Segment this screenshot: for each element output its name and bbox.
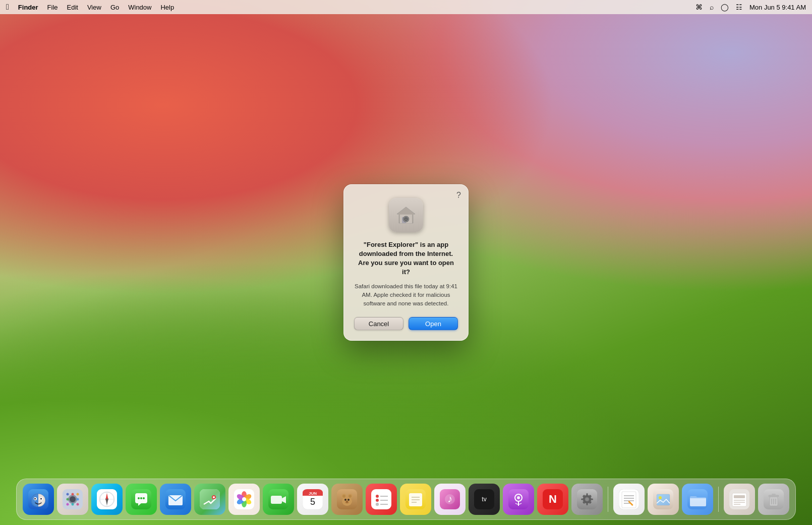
svg-point-6 — [405, 218, 407, 220]
help-button[interactable]: ? — [456, 191, 461, 200]
app-icon — [388, 197, 424, 233]
open-button[interactable]: Open — [409, 317, 458, 330]
house-icon — [395, 204, 417, 226]
dialog-overlay: ? "Forest Explorer" is an app — [0, 0, 812, 525]
dialog-message: Safari downloaded this file today at 9:4… — [354, 282, 458, 308]
dialog-buttons: Cancel Open — [354, 317, 458, 330]
security-dialog: ? "Forest Explorer" is an app — [343, 184, 469, 341]
svg-marker-3 — [397, 207, 415, 215]
dialog-title: "Forest Explorer" is an app downloaded f… — [354, 240, 458, 277]
app-icon-bg — [389, 198, 423, 232]
cancel-button[interactable]: Cancel — [354, 317, 403, 330]
